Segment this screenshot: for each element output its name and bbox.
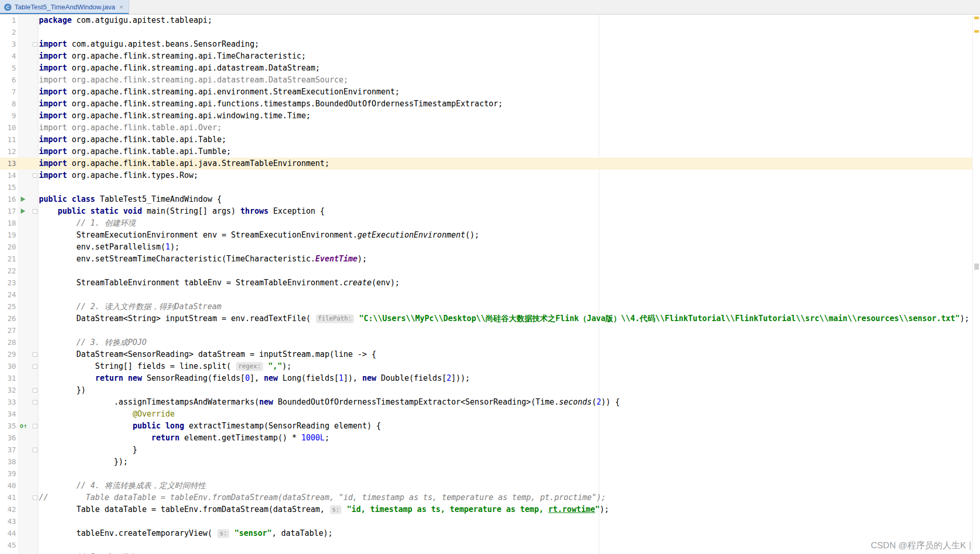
code-text: Table dataTable = tableEnv.fromDataStrea… xyxy=(39,504,972,516)
fold-icon[interactable] xyxy=(33,352,37,357)
code-text xyxy=(39,325,972,337)
code-editor[interactable]: 1package com.atguigu.apitest.tableapi;23… xyxy=(0,15,980,554)
override-icon[interactable]: o↑ xyxy=(20,420,27,432)
fold-icon[interactable] xyxy=(33,424,37,428)
code-line[interactable]: 38 }); xyxy=(0,456,972,468)
gutter-icon-zone: o↑ xyxy=(19,420,39,432)
code-line[interactable]: 2 xyxy=(0,26,972,38)
line-number: 38 xyxy=(0,456,19,468)
code-line[interactable]: 18 // 1. 创建环境 xyxy=(0,217,972,229)
code-line[interactable]: 44 tableEnv.createTemporaryView( s: "sen… xyxy=(0,528,972,539)
code-line[interactable]: 12import org.apache.flink.table.api.Tumb… xyxy=(0,146,972,158)
code-line[interactable]: 9import org.apache.flink.streaming.api.w… xyxy=(0,110,972,122)
code-line[interactable]: 26 DataStream<String> inputStream = env.… xyxy=(0,313,972,325)
code-text xyxy=(39,289,972,301)
gutter-icon-zone xyxy=(19,408,39,420)
gutter-icon-zone xyxy=(19,349,39,361)
gutter-icon-zone xyxy=(19,217,39,229)
code-line[interactable]: 16public class TableTest5_TimeAndWindow … xyxy=(0,193,972,205)
line-number: 32 xyxy=(0,384,19,396)
code-text: .assignTimestampsAndWatermarks(new Bound… xyxy=(39,396,972,408)
code-line[interactable]: 7import org.apache.flink.streaming.api.e… xyxy=(0,86,972,98)
code-line[interactable]: 30 String[] fields = line.split( regex: … xyxy=(0,361,972,372)
code-line[interactable]: 29 DataStream<SensorReading> dataStream … xyxy=(0,349,972,361)
run-icon[interactable] xyxy=(21,209,25,214)
code-line[interactable]: 14import org.apache.flink.types.Row; xyxy=(0,170,972,182)
scrollbar-mark[interactable] xyxy=(974,264,979,270)
line-number: 27 xyxy=(0,325,19,337)
fold-icon[interactable] xyxy=(33,388,37,393)
fold-icon[interactable] xyxy=(33,448,37,452)
code-line[interactable]: 32 }) xyxy=(0,384,972,396)
scrollbar-error-stripe[interactable] xyxy=(972,15,980,554)
code-line[interactable]: 23 StreamTableEnvironment tableEnv = Str… xyxy=(0,277,972,289)
code-line[interactable]: 41// Table dataTable = tableEnv.fromData… xyxy=(0,492,972,504)
code-line[interactable]: 15 xyxy=(0,182,972,193)
fold-icon[interactable] xyxy=(33,400,37,405)
warning-stripe-mark[interactable] xyxy=(974,17,979,19)
code-line[interactable]: 36 return element.getTimestamp() * 1000L… xyxy=(0,432,972,444)
gutter-icon-zone xyxy=(19,26,39,38)
line-number: 42 xyxy=(0,504,19,516)
code-line[interactable]: 40 // 4. 将流转换成表，定义时间特性 xyxy=(0,480,972,492)
code-line[interactable]: 10import org.apache.flink.table.api.Over… xyxy=(0,122,972,134)
fold-icon[interactable] xyxy=(33,364,37,369)
code-line[interactable]: 19 StreamExecutionEnvironment env = Stre… xyxy=(0,229,972,241)
fold-icon[interactable] xyxy=(33,173,37,178)
line-number: 33 xyxy=(0,396,19,408)
line-number: 36 xyxy=(0,432,19,444)
code-line[interactable]: 11import org.apache.flink.table.api.Tabl… xyxy=(0,134,972,146)
code-line[interactable]: 17 public static void main(String[] args… xyxy=(0,205,972,217)
close-tab-icon[interactable]: × xyxy=(119,3,123,11)
code-line[interactable]: 22 xyxy=(0,265,972,277)
code-line[interactable]: 35o↑ public long extractTimestamp(Sensor… xyxy=(0,420,972,432)
code-line[interactable]: 31 return new SensorReading(fields[0], n… xyxy=(0,372,972,384)
code-line[interactable]: 21 env.setStreamTimeCharacteristic(TimeC… xyxy=(0,253,972,265)
tab-filename: TableTest5_TimeAndWindow.java xyxy=(15,3,115,11)
code-line[interactable]: 3import com.atguigu.apitest.beans.Sensor… xyxy=(0,38,972,50)
line-number: 20 xyxy=(0,241,19,253)
code-line[interactable]: 46 // 5. 窗口操作 xyxy=(0,551,972,554)
fold-icon[interactable] xyxy=(33,42,37,47)
code-line[interactable]: 1package com.atguigu.apitest.tableapi; xyxy=(0,15,972,26)
line-number: 29 xyxy=(0,349,19,361)
code-line[interactable]: 34 @Override xyxy=(0,408,972,420)
code-text: env.setStreamTimeCharacteristic(TimeChar… xyxy=(39,253,972,265)
code-text: // 5. 窗口操作 xyxy=(39,551,972,554)
code-line[interactable]: 20 env.setParallelism(1); xyxy=(0,241,972,253)
line-number: 3 xyxy=(0,38,19,50)
line-number: 8 xyxy=(0,98,19,110)
code-line[interactable]: 4import org.apache.flink.streaming.api.T… xyxy=(0,50,972,62)
code-line[interactable]: 5import org.apache.flink.streaming.api.d… xyxy=(0,62,972,74)
line-number: 21 xyxy=(0,253,19,265)
code-line[interactable]: 27 xyxy=(0,325,972,337)
code-line[interactable]: 25 // 2. 读入文件数据，得到DataStream xyxy=(0,301,972,313)
code-text: tableEnv.createTemporaryView( s: "sensor… xyxy=(39,528,972,539)
code-line[interactable]: 33 .assignTimestampsAndWatermarks(new Bo… xyxy=(0,396,972,408)
warning-stripe-mark[interactable] xyxy=(974,30,979,33)
editor-tab[interactable]: C TableTest5_TimeAndWindow.java × xyxy=(0,0,129,14)
code-line[interactable]: 42 Table dataTable = tableEnv.fromDataSt… xyxy=(0,504,972,516)
code-line[interactable]: 43 xyxy=(0,516,972,528)
code-line[interactable]: 8import org.apache.flink.streaming.api.f… xyxy=(0,98,972,110)
code-line[interactable]: 24 xyxy=(0,289,972,301)
gutter-icon-zone xyxy=(19,396,39,408)
gutter-icon-zone xyxy=(19,444,39,456)
code-line[interactable]: 6import org.apache.flink.streaming.api.d… xyxy=(0,74,972,86)
fold-icon[interactable] xyxy=(33,495,37,500)
code-line[interactable]: 13import org.apache.flink.table.api.java… xyxy=(0,158,972,170)
code-line[interactable]: 39 xyxy=(0,468,972,480)
code-area: 1package com.atguigu.apitest.tableapi;23… xyxy=(0,15,972,554)
gutter-icon-zone xyxy=(19,38,39,50)
gutter-icon-zone xyxy=(19,253,39,265)
run-icon[interactable] xyxy=(21,197,25,202)
gutter-icon-zone xyxy=(19,313,39,325)
code-text: import org.apache.flink.streaming.api.wi… xyxy=(39,110,972,122)
code-line[interactable]: 37 } xyxy=(0,444,972,456)
code-line[interactable]: 28 // 3. 转换成POJO xyxy=(0,337,972,349)
gutter-icon-zone xyxy=(19,50,39,62)
fold-icon[interactable] xyxy=(33,209,37,214)
gutter-icon-zone xyxy=(19,456,39,468)
code-line[interactable]: 45 xyxy=(0,539,972,551)
ide-window: C TableTest5_TimeAndWindow.java × 1packa… xyxy=(0,0,980,554)
